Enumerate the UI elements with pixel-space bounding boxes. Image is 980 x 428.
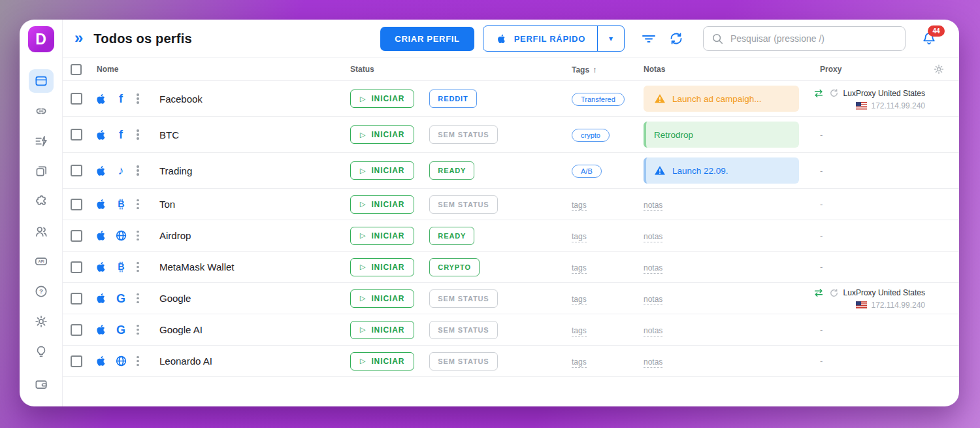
tags-placeholder[interactable]: tags [572, 232, 587, 242]
google-icon: G [114, 293, 127, 305]
sidebar-item-help[interactable]: ? [29, 280, 54, 303]
row-checkbox[interactable] [71, 324, 82, 336]
proxy-name: LuxProxy United States [843, 89, 925, 98]
table-row[interactable]: f Facebook ▷ INICIAR REDDIT Transfered L… [63, 81, 959, 117]
start-profile-button[interactable]: ▷ INICIAR [350, 161, 414, 180]
table-settings-gear-icon[interactable] [933, 63, 945, 77]
row-menu-kebab-icon[interactable] [135, 229, 141, 243]
status-chip[interactable]: SEM STATUS [429, 125, 497, 144]
row-checkbox[interactable] [71, 93, 82, 105]
row-menu-kebab-icon[interactable] [135, 260, 141, 274]
tags-placeholder[interactable]: tags [572, 201, 587, 211]
notes-placeholder[interactable]: notas [644, 263, 662, 274]
proxy-swap-icon [813, 287, 825, 299]
table-row[interactable]: B MetaMask Wallet ▷ INICIAR CRYPTO tags … [63, 252, 959, 283]
row-menu-kebab-icon[interactable] [135, 163, 141, 178]
header-name[interactable]: Nome [97, 65, 287, 74]
note-cell: notas [644, 230, 807, 242]
row-checkbox[interactable] [71, 199, 82, 210]
quick-profile-dropdown[interactable]: ▾ [597, 26, 624, 51]
table-row[interactable]: ♪ Trading ▷ INICIAR READY A/B Launch 22.… [63, 153, 959, 189]
notes-placeholder[interactable]: notas [644, 232, 662, 242]
row-checkbox[interactable] [71, 129, 82, 140]
filter-icon[interactable] [642, 32, 656, 45]
row-menu-kebab-icon[interactable] [135, 354, 141, 369]
sidebar-item-automation[interactable] [29, 129, 54, 153]
collapse-sidebar-icon[interactable]: » [74, 30, 83, 46]
notes-placeholder[interactable]: notas [644, 326, 662, 337]
header-notes[interactable]: Notas [644, 65, 807, 74]
sidebar-item-settings[interactable] [29, 310, 54, 333]
header-status[interactable]: Status [350, 65, 572, 74]
select-all-checkbox[interactable] [71, 64, 82, 75]
row-menu-kebab-icon[interactable] [135, 291, 141, 306]
tags-placeholder[interactable]: tags [572, 357, 587, 368]
sort-asc-icon: ↑ [593, 65, 597, 74]
sidebar-item-tabs[interactable] [29, 159, 54, 183]
start-profile-button[interactable]: ▷ INICIAR [350, 125, 414, 144]
create-profile-button[interactable]: CRIAR PERFIL [380, 27, 474, 51]
refresh-icon[interactable] [669, 31, 683, 46]
tag-chip[interactable]: Transfered [572, 93, 625, 106]
notifications-button[interactable]: 44 [921, 31, 937, 46]
sidebar-item-api[interactable]: API [29, 250, 54, 273]
status-chip[interactable]: READY [429, 161, 474, 180]
sidebar-item-profiles[interactable] [29, 69, 54, 93]
notes-placeholder[interactable]: notas [644, 295, 662, 305]
table-row[interactable]: G Google AI ▷ INICIAR SEM STATUS tags no… [63, 314, 959, 346]
note-box[interactable]: Retrodrop [644, 122, 799, 148]
proxy-cell: - [807, 325, 950, 335]
sidebar-item-wallet[interactable] [29, 372, 54, 396]
search-input[interactable] [729, 33, 897, 44]
table-row[interactable]: B Ton ▷ INICIAR SEM STATUS tags notas - [63, 189, 959, 220]
row-menu-kebab-icon[interactable] [135, 91, 141, 106]
start-profile-button[interactable]: ▷ INICIAR [350, 227, 414, 245]
header-proxy[interactable]: Proxy [807, 65, 950, 74]
header-tags[interactable]: Tags↑ [572, 65, 644, 74]
help-icon: ? [34, 284, 48, 299]
table-row[interactable]: Airdrop ▷ INICIAR READY tags notas - [63, 220, 959, 252]
status-chip[interactable]: SEM STATUS [429, 352, 497, 370]
status-chip[interactable]: CRYPTO [429, 258, 480, 276]
sidebar-item-proxy[interactable] [29, 99, 54, 123]
play-icon: ▷ [360, 95, 366, 103]
row-menu-kebab-icon[interactable] [135, 197, 141, 212]
start-profile-button[interactable]: ▷ INICIAR [350, 195, 414, 214]
status-chip[interactable]: READY [429, 227, 474, 245]
status-chip[interactable]: REDDIT [429, 90, 476, 108]
note-box[interactable]: Launch 22.09. [644, 157, 799, 184]
status-chip[interactable]: SEM STATUS [429, 289, 497, 308]
table-row[interactable]: G Google ▷ INICIAR SEM STATUS tags notas… [63, 283, 959, 314]
row-checkbox[interactable] [71, 293, 82, 305]
tag-cell: Transfered [572, 93, 644, 105]
start-profile-button[interactable]: ▷ INICIAR [350, 352, 414, 370]
row-checkbox[interactable] [71, 230, 82, 242]
start-profile-button[interactable]: ▷ INICIAR [350, 289, 414, 308]
start-profile-button[interactable]: ▷ INICIAR [350, 258, 414, 276]
tags-placeholder[interactable]: tags [572, 326, 587, 337]
row-checkbox[interactable] [71, 355, 82, 367]
start-profile-button[interactable]: ▷ INICIAR [350, 90, 414, 108]
tag-chip[interactable]: A/B [572, 165, 602, 178]
status-chip[interactable]: SEM STATUS [429, 195, 497, 214]
table-row[interactable]: f BTC ▷ INICIAR SEM STATUS crypto Retrod… [63, 117, 959, 153]
notes-placeholder[interactable]: notas [644, 201, 662, 211]
tag-chip[interactable]: crypto [572, 129, 610, 142]
row-checkbox[interactable] [71, 165, 82, 176]
row-menu-kebab-icon[interactable] [135, 323, 141, 337]
tags-placeholder[interactable]: tags [572, 263, 587, 274]
facebook-icon: f [114, 93, 127, 105]
row-menu-kebab-icon[interactable] [135, 127, 141, 142]
row-checkbox[interactable] [71, 261, 82, 273]
quick-profile-button[interactable]: PERFIL RÁPIDO ▾ [483, 25, 625, 52]
app-logo[interactable]: D [28, 26, 54, 52]
note-box[interactable]: Launch ad campaigh... [644, 86, 799, 112]
sidebar-item-ideas[interactable] [29, 340, 54, 363]
status-chip[interactable]: SEM STATUS [429, 321, 497, 339]
sidebar-item-extensions[interactable] [29, 189, 54, 213]
notes-placeholder[interactable]: notas [644, 357, 662, 368]
start-profile-button[interactable]: ▷ INICIAR [350, 321, 414, 339]
tags-placeholder[interactable]: tags [572, 295, 587, 305]
sidebar-item-team[interactable] [29, 220, 54, 243]
table-row[interactable]: Leonardo AI ▷ INICIAR SEM STATUS tags no… [63, 346, 959, 377]
